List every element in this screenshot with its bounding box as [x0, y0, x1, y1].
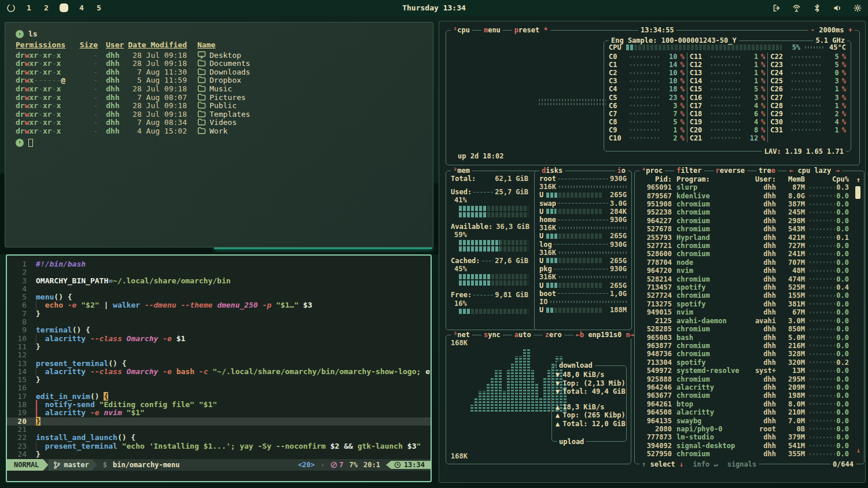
- panel-tab[interactable]: ³net: [451, 331, 472, 339]
- process-row[interactable]: 964246alacrittydhh209M0.0: [639, 383, 849, 391]
- volume-icon[interactable]: [832, 3, 842, 13]
- panel-tab[interactable]: reverse: [713, 167, 748, 175]
- network-icon[interactable]: [792, 3, 801, 13]
- panel-tab[interactable]: ← cpu lazy →: [787, 167, 842, 175]
- panel-tab[interactable]: zero: [543, 331, 564, 339]
- process-row[interactable]: 2125avahi-daemonavahi3.0M0.0: [639, 317, 849, 325]
- scroll-down-icon[interactable]: ↓: [856, 446, 860, 454]
- process-row[interactable]: 713457spotifydhh525M0.4: [639, 283, 849, 291]
- panel-tab[interactable]: ¹cpu: [451, 26, 472, 34]
- process-row[interactable]: 713304spotifydhh320M0.2: [639, 358, 849, 367]
- workspace-2[interactable]: 2: [42, 3, 50, 12]
- process-row[interactable]: 964720nvimdhh48M0.0: [639, 267, 849, 275]
- editor-line-1[interactable]: 1#!/bin/bash: [7, 260, 431, 268]
- editor-line-3[interactable]: 3OMARCHY_BIN_PATH=~/.local/share/omarchy…: [7, 277, 431, 285]
- col-user[interactable]: User:: [747, 175, 776, 183]
- editor-buffer[interactable]: 1#!/bin/bash23OMARCHY_BIN_PATH=~/.local/…: [7, 256, 431, 459]
- terminal-window-ls[interactable]: › ls Permissions Size User Date Modified…: [5, 22, 433, 247]
- col-cpu[interactable]: Cpu%: [805, 175, 849, 183]
- workspace-4[interactable]: 4: [78, 3, 86, 12]
- io-tab[interactable]: io: [615, 167, 628, 175]
- panel-tab[interactable]: auto: [512, 331, 534, 339]
- process-row[interactable]: 925888chromiumdhh295M0.0: [639, 375, 849, 383]
- process-row[interactable]: 528285chromiumdhh850M0.0: [639, 325, 849, 333]
- panel-tab[interactable]: filter: [674, 167, 704, 175]
- process-row[interactable]: 964135swaybgdhh7.0M0.0: [639, 416, 849, 424]
- scroll-up-icon[interactable]: ↑: [856, 176, 860, 184]
- process-row[interactable]: 965083bashdhh5.0M0.0: [639, 333, 849, 341]
- process-row[interactable]: 952238chromiumdhh245M0.0: [639, 208, 849, 216]
- process-row[interactable]: 255793Hyprlanddhh421M0.1: [639, 233, 849, 241]
- editor-line-23[interactable]: 23▏ present_terminal "echo 'Installing $…: [7, 442, 431, 450]
- panel-tab[interactable]: tree: [756, 167, 778, 175]
- process-row[interactable]: 948736chromiumdhh328M0.0: [639, 350, 849, 358]
- process-row[interactable]: 778704nodedhh707M0.0: [639, 258, 849, 267]
- process-row[interactable]: 963677chromiumdhh198M0.0: [639, 391, 849, 400]
- bluetooth-icon[interactable]: [812, 3, 822, 13]
- panel-tab[interactable]: ²mem: [451, 167, 472, 175]
- editor-line-15[interactable]: 15}: [7, 376, 431, 384]
- editor-line-14[interactable]: 14▏ alacritty --class Omarchy -e bash -c…: [7, 368, 431, 376]
- col-program[interactable]: Program:: [672, 175, 747, 183]
- panel-tab[interactable]: download: [557, 361, 595, 369]
- workspace-5[interactable]: 5: [95, 3, 103, 12]
- editor-line-8[interactable]: 8: [7, 318, 431, 326]
- process-row[interactable]: 964508alacrittydhh210M0.0: [639, 408, 849, 416]
- process-row[interactable]: 394092signal-desktopdhh541M0.0: [639, 442, 849, 450]
- process-row[interactable]: 527721chromiumdhh727M0.0: [639, 242, 849, 250]
- process-row[interactable]: 549972systemd-resolvesyst+13M0.0: [639, 367, 849, 375]
- editor-line-19[interactable]: 19▎ alacritty -e nvim "$1": [7, 409, 431, 417]
- editor-line-4[interactable]: 4: [7, 285, 431, 293]
- select-control[interactable]: ↑ select ↓: [642, 460, 683, 468]
- panel-tab[interactable]: sync: [481, 331, 503, 339]
- process-row[interactable]: 963877chromiumdhh216M0.0: [639, 342, 849, 350]
- panel-tab[interactable]: ←b enp191s0 n→: [573, 331, 637, 339]
- git-branch-segment[interactable]: master: [48, 459, 97, 471]
- signals-control[interactable]: signals: [727, 460, 757, 468]
- process-row[interactable]: 951908chromiumdhh387M0.0: [639, 200, 849, 208]
- process-row[interactable]: 965091slurpdhh87M0.3: [639, 183, 849, 191]
- rate-minus-button[interactable]: -: [811, 26, 815, 34]
- editor-line-21[interactable]: 21: [7, 426, 431, 434]
- workspace-3[interactable]: [60, 3, 68, 12]
- editor-line-24[interactable]: 24}: [7, 450, 431, 459]
- process-row[interactable]: 2080napi/phy0-0root0B0.0: [639, 425, 849, 433]
- editor-window-nvim[interactable]: 1#!/bin/bash23OMARCHY_BIN_PATH=~/.local/…: [6, 254, 432, 482]
- process-row[interactable]: 964227chromiumdhh298M0.0: [639, 217, 849, 225]
- process-row[interactable]: 527678chromiumdhh543M0.0: [639, 225, 849, 233]
- process-row[interactable]: 527724chromiumdhh155M0.0: [639, 291, 849, 300]
- process-row[interactable]: 528600chromiumdhh241M0.0: [639, 250, 849, 258]
- workspace-1[interactable]: 1: [25, 3, 33, 12]
- system-monitor-window-btop[interactable]: ¹cpumenupreset * 13:34:55 - 2000ms + Eng…: [439, 21, 866, 483]
- process-row[interactable]: 713275spotifydhh381M0.0: [639, 300, 849, 308]
- prompt-line[interactable]: ›: [16, 138, 433, 147]
- panel-tab[interactable]: disks: [539, 167, 565, 175]
- editor-line-9[interactable]: 9terminal() {: [7, 326, 431, 334]
- process-row[interactable]: 949015nvimdhh67M0.0: [639, 308, 849, 316]
- editor-line-12[interactable]: 12: [7, 351, 431, 359]
- editor-line-2[interactable]: 2: [7, 268, 431, 276]
- process-row[interactable]: 777873lm-studiodhh379M0.0: [639, 433, 849, 441]
- editor-line-22[interactable]: 22install_and_launch() {: [7, 434, 431, 442]
- process-row[interactable]: 527950chromiumdhh355M0.0: [639, 450, 849, 458]
- panel-tab[interactable]: preset *: [512, 26, 550, 34]
- col-memb[interactable]: MemB: [776, 175, 805, 183]
- rate-plus-button[interactable]: +: [848, 26, 852, 34]
- editor-line-20[interactable]: 20}: [7, 417, 431, 426]
- process-row[interactable]: 964261btopdhh8.0M0.0: [639, 400, 849, 408]
- process-row[interactable]: 528214chromiumdhh474M0.0: [639, 275, 849, 283]
- process-row[interactable]: 879567kdenlivedhh8.0G0.0: [639, 191, 849, 199]
- editor-line-11[interactable]: 11}: [7, 343, 431, 351]
- logout-icon[interactable]: [771, 3, 781, 13]
- panel-tab[interactable]: upload: [557, 438, 586, 446]
- editor-line-6[interactable]: 6▏ echo -e "$2" | walker --dmenu --theme…: [7, 301, 431, 309]
- scrollbar-thumb[interactable]: [855, 186, 860, 199]
- editor-line-17[interactable]: 17edit_in_nvim() {: [7, 393, 431, 401]
- editor-line-16[interactable]: 16: [7, 384, 431, 392]
- panel-tab[interactable]: menu: [481, 26, 503, 34]
- col-pid[interactable]: Pid:: [639, 175, 672, 183]
- panel-tab[interactable]: ⁴proc: [639, 167, 665, 175]
- settings-icon[interactable]: [852, 3, 862, 13]
- editor-line-13[interactable]: 13present_terminal() {: [7, 360, 431, 368]
- omarchy-logo-icon[interactable]: [6, 3, 16, 13]
